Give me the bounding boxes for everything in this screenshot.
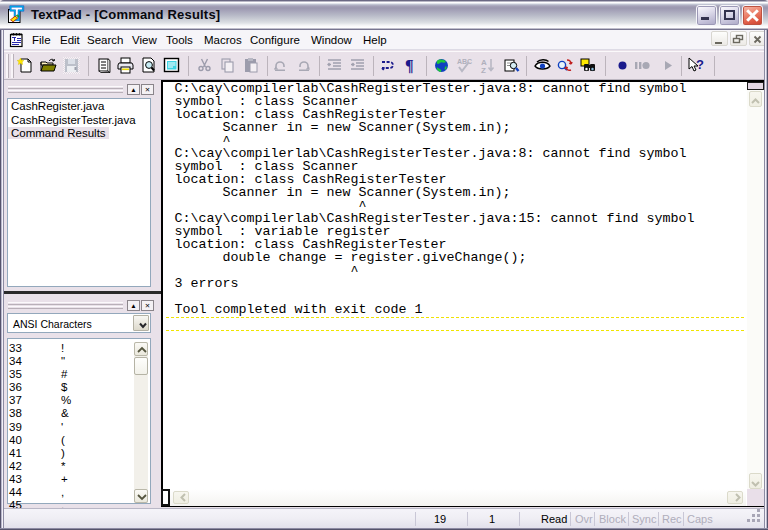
svg-text:¶: ¶ (405, 57, 414, 74)
svg-text:ABC: ABC (457, 58, 472, 65)
svg-text:?: ? (696, 57, 704, 72)
svg-text:Z: Z (481, 66, 486, 74)
